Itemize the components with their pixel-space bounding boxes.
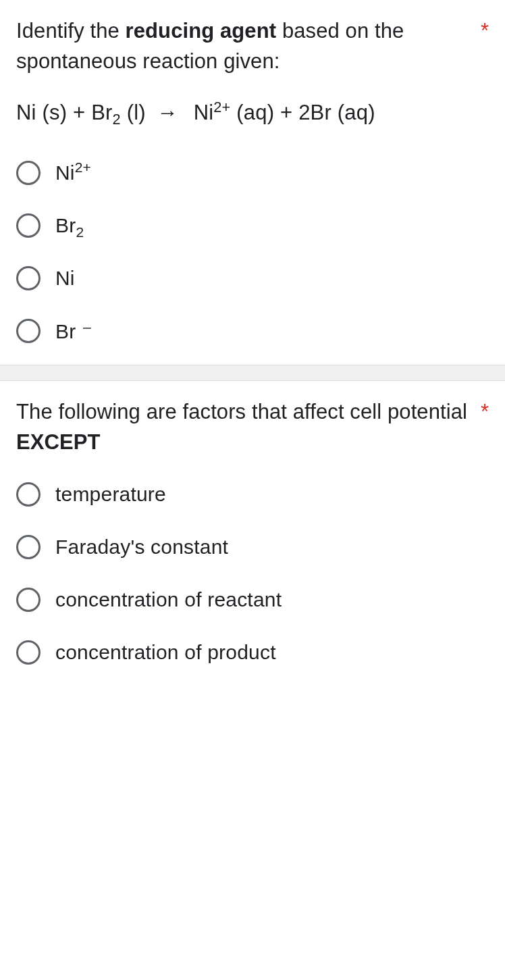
- radio-option[interactable]: Faraday's constant: [16, 535, 489, 559]
- radio-option[interactable]: Ni: [16, 266, 489, 290]
- radio-icon: [16, 588, 41, 612]
- arrow-icon: →: [152, 97, 184, 129]
- radio-icon: [16, 640, 41, 665]
- radio-icon: [16, 213, 41, 238]
- option-label: concentration of reactant: [55, 588, 282, 611]
- chemical-equation: Ni (s) + Br2 (l) → Ni2+ (aq) + 2Br (aq): [16, 97, 489, 129]
- question-block-2: The following are factors that affect ce…: [0, 381, 505, 686]
- radio-icon: [16, 319, 41, 343]
- radio-option[interactable]: concentration of reactant: [16, 588, 489, 612]
- question-text-part: Identify the: [16, 19, 126, 43]
- options-list: Ni2+ Br2 Ni Br ⁻: [16, 161, 489, 343]
- option-label: Br2: [55, 214, 84, 237]
- radio-option[interactable]: Br ⁻: [16, 319, 489, 343]
- option-label: Faraday's constant: [55, 536, 228, 559]
- option-label: Br ⁻: [55, 319, 92, 343]
- question-block-1: Identify the reducing agent based on the…: [0, 0, 505, 365]
- radio-icon: [16, 161, 41, 185]
- radio-icon: [16, 266, 41, 290]
- radio-option[interactable]: Ni2+: [16, 161, 489, 185]
- radio-option[interactable]: concentration of product: [16, 640, 489, 665]
- question-header: Identify the reducing agent based on the…: [16, 16, 489, 77]
- radio-icon: [16, 535, 41, 559]
- radio-option[interactable]: temperature: [16, 482, 489, 507]
- question-text-part: The following are factors that affect ce…: [16, 400, 467, 423]
- options-list: temperature Faraday's constant concentra…: [16, 482, 489, 665]
- question-text-bold: reducing agent: [126, 19, 277, 43]
- question-header: The following are factors that affect ce…: [16, 397, 489, 458]
- required-marker: *: [481, 16, 489, 47]
- radio-option[interactable]: Br2: [16, 213, 489, 238]
- option-label: Ni2+: [55, 161, 91, 184]
- radio-icon: [16, 482, 41, 507]
- option-label: temperature: [55, 483, 166, 506]
- required-marker: *: [481, 397, 489, 428]
- question-text: The following are factors that affect ce…: [16, 397, 475, 458]
- option-label: Ni: [55, 267, 75, 290]
- question-text: Identify the reducing agent based on the…: [16, 16, 475, 77]
- option-label: concentration of product: [55, 641, 276, 664]
- section-divider: [0, 365, 505, 381]
- question-text-bold: EXCEPT: [16, 430, 101, 454]
